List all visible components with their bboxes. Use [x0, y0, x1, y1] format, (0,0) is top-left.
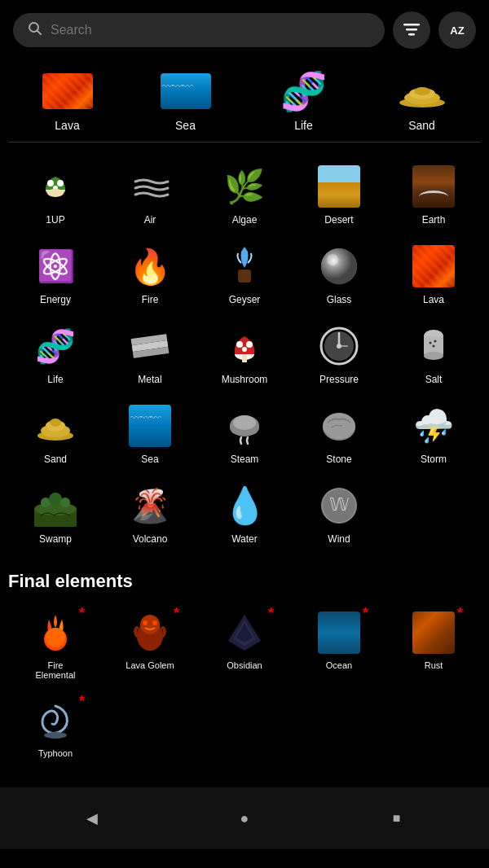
- air-icon: [126, 162, 174, 211]
- grid-item-volcano[interactable]: 🌋 Volcano: [103, 475, 197, 551]
- svg-rect-4: [408, 33, 415, 36]
- final-item-lava-golem[interactable]: * Lava Golem: [103, 602, 197, 686]
- app-header: AZ: [0, 0, 489, 60]
- grid-label-salt: Salt: [425, 374, 443, 385]
- grid-item-life2[interactable]: 🧬 Life: [8, 315, 103, 392]
- grid-item-mushroom[interactable]: Mushroom: [197, 315, 292, 392]
- water-icon: 💧: [220, 481, 269, 530]
- grid-item-earth[interactable]: Earth: [386, 156, 481, 232]
- algae-icon: 🌿: [220, 162, 269, 211]
- back-button[interactable]: ◀: [74, 800, 110, 836]
- recent-icon: ■: [393, 811, 401, 826]
- ocean-icon: *: [315, 608, 363, 657]
- final-label-typhoon: Typhoon: [38, 748, 73, 758]
- final-elements-title: Final elements: [8, 571, 481, 592]
- search-input[interactable]: [51, 23, 370, 37]
- grid-item-glass[interactable]: Glass: [292, 235, 386, 312]
- grid-item-1up[interactable]: 1UP: [8, 156, 103, 232]
- sea-icon: [153, 67, 218, 116]
- svg-point-65: [44, 732, 67, 739]
- search-bar[interactable]: [13, 13, 385, 47]
- grid-label-energy: Energy: [40, 294, 71, 305]
- svg-point-59: [143, 620, 148, 625]
- svg-point-58: [140, 615, 160, 634]
- final-item-typhoon[interactable]: * Typhoon: [8, 690, 103, 765]
- pressure-icon: [315, 322, 363, 370]
- pinned-item-life[interactable]: 🧬 Life: [244, 67, 363, 132]
- final-item-ocean[interactable]: * Ocean: [292, 602, 386, 686]
- final-elements-grid: * Fire Elemental * Lava Golem: [8, 602, 481, 765]
- grid-label-mushroom: Mushroom: [222, 374, 268, 385]
- svg-point-34: [430, 342, 432, 344]
- grid-item-steam[interactable]: Steam: [197, 395, 292, 471]
- typhoon-icon: *: [31, 696, 80, 745]
- rust-star: *: [457, 605, 463, 622]
- svg-point-16: [321, 248, 357, 284]
- sand-icon: [390, 67, 455, 116]
- grid-item-geyser[interactable]: Geyser: [197, 235, 292, 312]
- pinned-label-sand: Sand: [408, 119, 435, 132]
- svg-point-23: [246, 341, 253, 348]
- svg-point-24: [242, 347, 247, 352]
- final-item-fire-elemental[interactable]: * Fire Elemental: [8, 602, 103, 686]
- svg-line-1: [37, 31, 42, 35]
- salt-icon: [409, 322, 458, 370]
- final-item-rust[interactable]: * Rust: [386, 602, 481, 686]
- typhoon-star: *: [79, 693, 85, 710]
- svg-point-11: [57, 180, 64, 186]
- grid-item-metal[interactable]: Metal: [103, 315, 197, 392]
- svg-point-56: [46, 628, 65, 647]
- pinned-label-life: Life: [294, 119, 313, 132]
- fire-icon: 🔥: [126, 242, 174, 291]
- grid-label-storm: Storm: [421, 454, 447, 465]
- grid-item-sea2[interactable]: Sea: [103, 395, 197, 471]
- svg-point-51: [60, 498, 70, 507]
- elements-grid-section: 1UP Air 🌿 Algae Desert: [0, 149, 489, 558]
- grid-item-pressure[interactable]: Pressure: [292, 315, 386, 392]
- sort-button[interactable]: AZ: [438, 11, 476, 49]
- lava-golem-icon: *: [126, 608, 174, 657]
- energy-icon: ⚛️: [31, 242, 80, 291]
- lava-golem-star: *: [174, 605, 179, 622]
- grid-label-glass: Glass: [327, 294, 352, 305]
- grid-label-volcano: Volcano: [133, 533, 168, 545]
- final-elements-section: Final elements * Fire Elemental: [0, 558, 489, 771]
- grid-item-swamp[interactable]: Swamp: [8, 475, 103, 551]
- pinned-item-sea[interactable]: Sea: [126, 67, 244, 132]
- grid-item-lava2[interactable]: Lava: [386, 235, 481, 312]
- grid-item-algae[interactable]: 🌿 Algae: [197, 156, 292, 232]
- svg-point-22: [236, 341, 243, 348]
- svg-rect-3: [406, 28, 417, 31]
- final-item-obsidian[interactable]: * Obsidian: [197, 602, 292, 686]
- fire-elemental-star: *: [79, 605, 85, 622]
- glass-icon: [315, 242, 363, 291]
- grid-item-storm[interactable]: ⛈️ Storm: [386, 395, 481, 471]
- grid-item-energy[interactable]: ⚛️ Energy: [8, 235, 103, 312]
- grid-item-salt[interactable]: Salt: [386, 315, 481, 392]
- grid-item-water[interactable]: 💧 Water: [197, 475, 292, 551]
- grid-item-desert[interactable]: Desert: [292, 156, 386, 232]
- lava-icon: [35, 67, 100, 116]
- filter-button[interactable]: [393, 11, 430, 49]
- grid-label-geyser: Geyser: [229, 294, 261, 305]
- sand2-icon: [31, 401, 80, 450]
- mushroom-icon: [220, 322, 269, 370]
- grid-label-fire: Fire: [142, 294, 159, 305]
- svg-point-50: [49, 493, 62, 506]
- home-button[interactable]: ●: [227, 800, 262, 836]
- recent-button[interactable]: ■: [379, 800, 415, 836]
- pinned-item-sand[interactable]: Sand: [363, 67, 481, 132]
- life2-icon: 🧬: [31, 322, 80, 370]
- svg-point-10: [47, 180, 54, 186]
- grid-item-sand2[interactable]: Sand: [8, 395, 103, 471]
- grid-item-air[interactable]: Air: [103, 156, 197, 232]
- grid-item-fire[interactable]: 🔥 Fire: [103, 235, 197, 312]
- svg-point-60: [152, 620, 157, 625]
- svg-point-35: [434, 340, 437, 343]
- grid-label-sand2: Sand: [44, 454, 67, 465]
- swamp-icon: [31, 481, 80, 530]
- grid-label-pressure: Pressure: [319, 374, 359, 385]
- grid-item-stone[interactable]: Stone: [292, 395, 386, 471]
- pinned-item-lava[interactable]: Lava: [8, 67, 126, 132]
- grid-item-wind[interactable]: 𝕎 Wind: [292, 475, 386, 551]
